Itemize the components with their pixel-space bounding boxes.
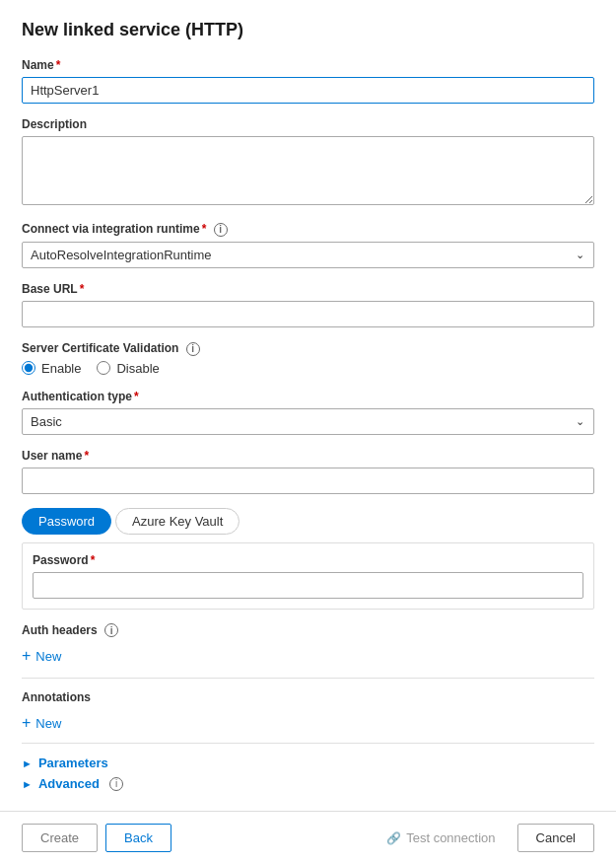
base-url-field-group: Base URL* [22,282,594,327]
server-cert-info-icon[interactable]: i [186,342,200,356]
annotations-section: Annotations + New [22,690,594,731]
auth-headers-label: Auth headers i [22,623,594,638]
auth-type-select-wrapper: Basic Anonymous Digest Windows ClientCer… [22,408,594,435]
base-url-label: Base URL* [22,282,594,296]
auth-headers-field-group: Auth headers i + New [22,623,594,665]
advanced-section[interactable]: ► Advanced i [22,776,594,791]
test-connection-link-icon: 🔗 [386,831,401,845]
username-input[interactable] [22,468,594,494]
footer-left: Create Back [22,824,171,852]
password-input[interactable] [33,572,583,599]
form-area: New linked service (HTTP) Name* Descript… [0,0,616,811]
description-label: Description [22,117,594,131]
footer-bar: Create Back 🔗 Test connection Cancel [0,811,616,864]
create-button[interactable]: Create [22,824,98,852]
name-field-group: Name* [22,58,594,104]
description-input[interactable] [22,136,594,205]
divider-1 [22,678,594,679]
password-tabs: Password Azure Key Vault [22,508,594,535]
auth-headers-new-button[interactable]: + New [22,648,61,664]
parameters-chevron-icon: ► [22,757,33,769]
page-container: New linked service (HTTP) Name* Descript… [0,0,616,864]
parameters-label: Parameters [38,756,108,770]
advanced-chevron-icon: ► [22,778,33,790]
auth-headers-plus-icon: + [22,648,31,664]
auth-type-label: Authentication type* [22,390,594,403]
server-cert-label: Server Certificate Validation i [22,341,594,356]
username-field-group: User name* [22,449,594,494]
name-input[interactable] [22,77,594,104]
disable-radio-input[interactable] [97,361,110,375]
description-field-group: Description [22,117,594,208]
runtime-label: Connect via integration runtime* i [22,222,594,237]
password-field-label: Password* [33,553,583,567]
annotations-new-button[interactable]: + New [22,715,61,731]
test-connection-button[interactable]: 🔗 Test connection [373,825,509,851]
footer-right: 🔗 Test connection Cancel [373,824,594,852]
enable-radio-label: Enable [41,361,81,376]
divider-2 [22,743,594,744]
annotations-label: Annotations [22,690,594,704]
auth-headers-info-icon[interactable]: i [104,623,118,637]
runtime-select[interactable]: AutoResolveIntegrationRuntime [22,242,594,268]
azure-key-vault-tab-button[interactable]: Azure Key Vault [115,508,240,535]
runtime-select-wrapper: AutoResolveIntegrationRuntime ⌄ [22,242,594,268]
back-button[interactable]: Back [105,824,171,852]
server-cert-radio-group: Enable Disable [22,361,594,376]
base-url-input[interactable] [22,301,594,327]
username-label: User name* [22,449,594,463]
annotations-plus-icon: + [22,715,31,731]
enable-radio-option[interactable]: Enable [22,361,81,376]
auth-type-field-group: Authentication type* Basic Anonymous Dig… [22,390,594,435]
runtime-field-group: Connect via integration runtime* i AutoR… [22,222,594,268]
enable-radio-input[interactable] [22,361,35,375]
cancel-button[interactable]: Cancel [517,824,594,852]
password-tab-button[interactable]: Password [22,508,111,535]
password-tab-group: Password Azure Key Vault Password* [22,508,594,610]
parameters-section[interactable]: ► Parameters [22,756,594,770]
advanced-label: Advanced [38,776,100,791]
advanced-info-icon[interactable]: i [109,777,123,791]
disable-radio-label: Disable [116,361,159,376]
server-cert-field-group: Server Certificate Validation i Enable D… [22,341,594,376]
password-section: Password* [22,542,594,610]
page-title: New linked service (HTTP) [22,20,594,40]
name-label: Name* [22,58,594,72]
runtime-info-icon[interactable]: i [214,223,228,237]
disable-radio-option[interactable]: Disable [97,361,159,376]
auth-type-select[interactable]: Basic Anonymous Digest Windows ClientCer… [22,408,594,435]
